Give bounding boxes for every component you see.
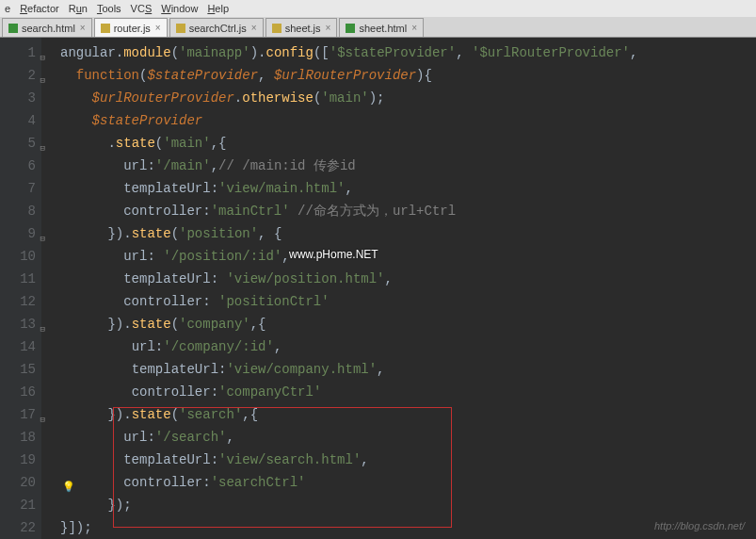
tab-searchctrl-js[interactable]: searchCtrl.js × xyxy=(169,18,264,37)
menu-item[interactable]: Window xyxy=(156,3,202,14)
menu-item[interactable]: Refactor xyxy=(15,3,64,14)
html-file-icon xyxy=(8,24,18,33)
tab-label: searchCtrl.js xyxy=(189,23,247,34)
code-editor[interactable]: 1⊟ 2⊟ 34 5⊟ 678 9⊟ 101112 13⊟ 141516 17⊟… xyxy=(0,38,756,539)
svg-rect-0 xyxy=(8,24,18,33)
menu-item[interactable]: e xyxy=(0,3,15,14)
watermark: www.pHome.NET xyxy=(289,248,378,261)
close-icon[interactable]: × xyxy=(155,23,161,33)
svg-rect-4 xyxy=(346,24,355,33)
gutter: 1⊟ 2⊟ 34 5⊟ 678 9⊟ 101112 13⊟ 141516 17⊟… xyxy=(0,38,41,539)
tab-label: router.js xyxy=(114,23,151,34)
close-icon[interactable]: × xyxy=(251,23,257,33)
code-area[interactable]: angular.module('mainapp').config(['$stat… xyxy=(41,38,756,539)
menu-item[interactable]: Tools xyxy=(92,3,126,14)
menu-bar: e Refactor Run Tools VCS Window Help xyxy=(0,0,756,17)
js-file-icon xyxy=(101,24,110,33)
html-file-icon xyxy=(346,24,355,33)
source-url: http://blog.csdn.net/ xyxy=(654,520,745,531)
js-file-icon xyxy=(272,24,281,33)
tab-label: sheet.js xyxy=(285,23,321,34)
tab-search-html[interactable]: search.html × xyxy=(2,18,92,37)
js-file-icon xyxy=(176,24,185,33)
svg-rect-2 xyxy=(176,24,185,33)
tab-router-js[interactable]: router.js × xyxy=(94,18,168,37)
svg-rect-1 xyxy=(101,24,110,33)
tab-label: search.html xyxy=(22,23,75,34)
tab-sheet-html[interactable]: sheet.html × xyxy=(339,18,424,37)
close-icon[interactable]: × xyxy=(326,23,331,33)
tab-sheet-js[interactable]: sheet.js × xyxy=(265,18,338,37)
tab-label: sheet.html xyxy=(359,23,407,34)
menu-item[interactable]: VCS xyxy=(126,3,157,14)
svg-rect-3 xyxy=(272,24,281,33)
menu-item[interactable]: Run xyxy=(64,3,92,14)
tab-bar: search.html × router.js × searchCtrl.js … xyxy=(0,17,756,38)
close-icon[interactable]: × xyxy=(80,23,86,33)
menu-item[interactable]: Help xyxy=(202,3,233,14)
close-icon[interactable]: × xyxy=(411,23,417,33)
